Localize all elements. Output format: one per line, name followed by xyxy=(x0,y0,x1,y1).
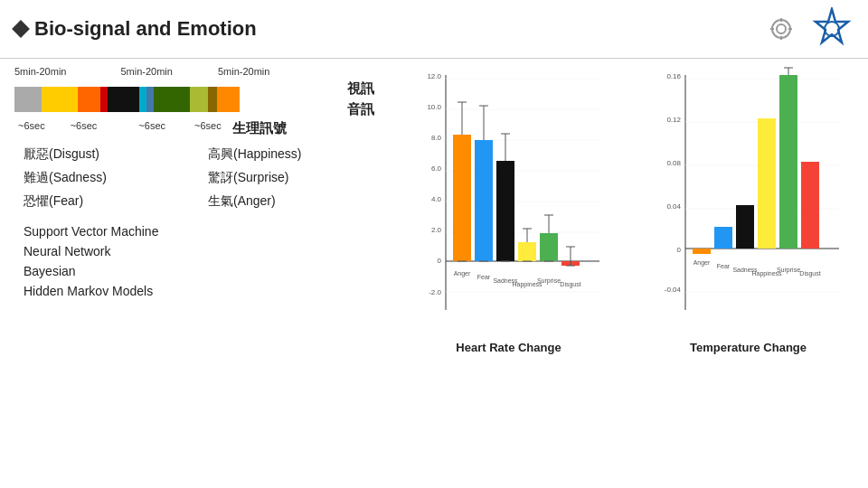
svg-point-0 xyxy=(772,20,790,38)
svg-point-1 xyxy=(777,24,786,33)
page-title: Bio-signal and Emotion xyxy=(34,17,257,41)
sec-label-2: ~6sec xyxy=(138,120,165,131)
classifier-3: Hidden Markov Models xyxy=(24,284,374,298)
gear-icon xyxy=(767,14,796,43)
svg-text:4.0: 4.0 xyxy=(430,195,441,203)
sec-label-1: ~6sec xyxy=(71,120,98,131)
svg-text:Surprise: Surprise xyxy=(536,277,560,285)
svg-text:-0.04: -0.04 xyxy=(664,286,681,294)
svg-text:0: 0 xyxy=(437,257,441,265)
emotion-4: 恐懼(Fear) xyxy=(24,193,190,210)
heart-rate-chart: 12.0 10.0 8.0 6.0 4.0 2.0 0 -2.0 xyxy=(410,66,609,337)
svg-text:8.0: 8.0 xyxy=(430,134,441,142)
svg-rect-70 xyxy=(736,205,754,249)
svg-text:0.16: 0.16 xyxy=(666,72,681,80)
classifier-1: Neural Network xyxy=(24,244,374,258)
svg-rect-37 xyxy=(518,242,536,261)
temperature-chart-container: 0.16 0.12 0.08 0.04 0 -0.04 xyxy=(632,66,864,488)
heart-rate-title: Heart Rate Change xyxy=(456,341,561,354)
svg-text:0.08: 0.08 xyxy=(666,159,681,167)
sec-labels-row: ~6sec ~6sec ~6sec ~6sec 生理訊號 xyxy=(14,120,374,137)
time-label-2: 5min-20min xyxy=(120,66,172,77)
svg-text:0.04: 0.04 xyxy=(666,202,681,211)
svg-text:-2.0: -2.0 xyxy=(429,288,441,296)
emotions-grid: 厭惡(Disgust) 高興(Happiness) 難過(Sadness) 驚訝… xyxy=(24,146,374,210)
svg-text:0.12: 0.12 xyxy=(666,116,681,124)
svg-text:Disgust: Disgust xyxy=(560,281,580,288)
main-content: 5min-20min 5min-20min 5min-20min 視訊 音訊 ~… xyxy=(0,59,868,488)
svg-text:Disgust: Disgust xyxy=(799,270,820,277)
classifier-2: Bayesian xyxy=(24,264,374,278)
svg-text:Anger: Anger xyxy=(693,259,710,267)
heart-rate-chart-container: 12.0 10.0 8.0 6.0 4.0 2.0 0 -2.0 xyxy=(392,66,625,488)
svg-marker-6 xyxy=(816,9,848,42)
emotion-3: 驚訝(Surprise) xyxy=(208,170,374,186)
svg-text:Fear: Fear xyxy=(476,274,490,280)
svg-rect-69 xyxy=(714,227,732,249)
temperature-chart: 0.16 0.12 0.08 0.04 0 -0.04 xyxy=(649,66,848,337)
svg-rect-75 xyxy=(801,162,819,249)
emotion-1: 高興(Happiness) xyxy=(208,146,374,163)
page-header: Bio-signal and Emotion xyxy=(0,0,868,59)
diamond-icon xyxy=(12,20,30,38)
svg-text:12.0: 12.0 xyxy=(427,72,441,80)
emotion-0: 厭惡(Disgust) xyxy=(24,146,190,163)
svg-text:0: 0 xyxy=(676,246,681,254)
star-logo xyxy=(810,7,854,51)
top-right-icons xyxy=(767,7,854,51)
label-visual: 視訊 xyxy=(347,80,374,98)
color-bar-container: 視訊 音訊 xyxy=(14,80,374,118)
emotion-2: 難過(Sadness) xyxy=(24,170,190,186)
svg-rect-71 xyxy=(758,118,776,249)
svg-text:10.0: 10.0 xyxy=(427,103,441,111)
time-label-1: 5min-20min xyxy=(14,66,66,77)
sec-label-3: ~6sec xyxy=(194,120,222,131)
emotion-5: 生氣(Anger) xyxy=(208,193,374,210)
svg-rect-41 xyxy=(540,233,558,261)
label-bio: 生理訊號 xyxy=(232,120,287,137)
label-audio: 音訊 xyxy=(347,101,374,118)
timeline-labels-row: 5min-20min 5min-20min 5min-20min xyxy=(14,66,374,77)
classifier-list: Support Vector Machine Neural Network Ba… xyxy=(14,224,374,298)
svg-text:6.0: 6.0 xyxy=(430,164,441,173)
svg-rect-33 xyxy=(496,161,514,261)
classifier-0: Support Vector Machine xyxy=(24,224,374,239)
svg-rect-72 xyxy=(779,75,797,249)
svg-text:Surprise: Surprise xyxy=(776,267,799,274)
svg-text:Anger: Anger xyxy=(453,270,470,277)
left-panel: 5min-20min 5min-20min 5min-20min 視訊 音訊 ~… xyxy=(0,59,389,488)
sec-label-0: ~6sec xyxy=(18,120,45,131)
svg-rect-29 xyxy=(475,140,493,261)
color-bar xyxy=(14,87,336,112)
time-label-3: 5min-20min xyxy=(218,66,269,77)
svg-text:2.0: 2.0 xyxy=(430,226,441,234)
charts-area: 12.0 10.0 8.0 6.0 4.0 2.0 0 -2.0 xyxy=(389,59,868,488)
svg-rect-68 xyxy=(693,249,711,254)
temperature-title: Temperature Change xyxy=(690,341,807,354)
svg-rect-25 xyxy=(453,135,471,261)
svg-text:Fear: Fear xyxy=(716,263,730,269)
